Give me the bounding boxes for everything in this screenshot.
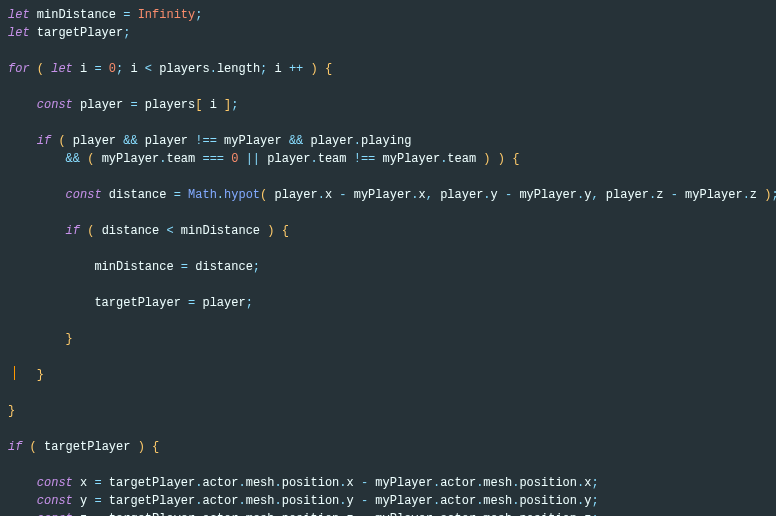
code-line: const player = players[ i ]; [8,98,239,112]
code-line: targetPlayer = player; [8,296,253,310]
cursor [14,366,15,380]
code-line: && ( myPlayer.team === 0 || player.team … [8,152,519,166]
code-line: if ( player && player !== myPlayer && pl… [8,134,411,148]
code-line: let minDistance = Infinity; [8,8,202,22]
code-line: if ( targetPlayer ) { [8,440,159,454]
code-line: minDistance = distance; [8,260,260,274]
code-editor[interactable]: let minDistance = Infinity; let targetPl… [0,0,776,516]
code-line: for ( let i = 0; i < players.length; i +… [8,62,332,76]
code-line: } [8,404,15,418]
code-line: const distance = Math.hypot( player.x - … [8,188,776,202]
code-line: const y = targetPlayer.actor.mesh.positi… [8,494,599,508]
code-line: const z = targetPlayer.actor.mesh.positi… [8,512,599,516]
code-line: } [8,332,73,346]
code-line: let targetPlayer; [8,26,130,40]
code-line: if ( distance < minDistance ) { [8,224,289,238]
code-line: const x = targetPlayer.actor.mesh.positi… [8,476,599,490]
